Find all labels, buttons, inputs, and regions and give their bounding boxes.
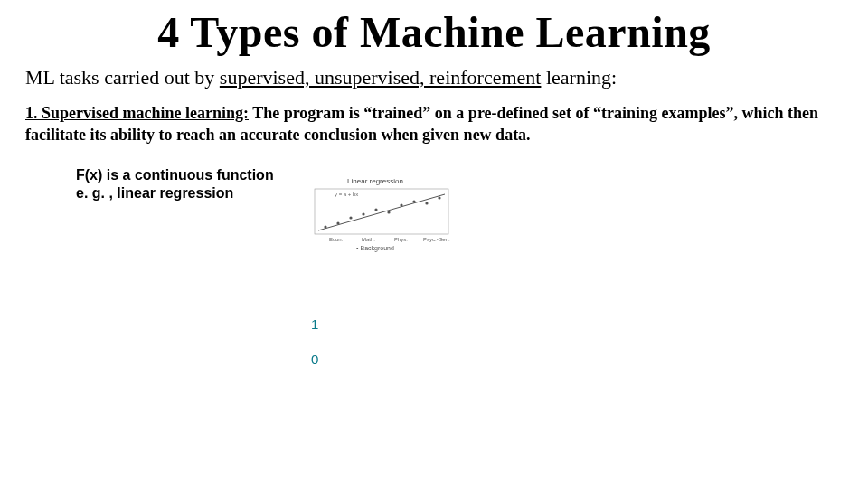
chart-xtick-1: Math.	[362, 237, 375, 242]
label-zero: 0	[311, 352, 318, 367]
chart-xtick-2: Phys.	[394, 237, 408, 242]
page-title: 4 Types of Machine Learning	[0, 0, 868, 62]
chart-linear-regression: Linear regression y = a + bx Econ. Math.…	[298, 177, 452, 251]
section-1-heading: 1. Supervised machine learning:	[25, 104, 249, 122]
chart-xtick-3: Psyc.-Gen.	[423, 237, 450, 242]
subtitle: ML tasks carried out by supervised, unsu…	[0, 62, 868, 102]
fx-line1: F(x) is a continuous function	[76, 166, 868, 184]
svg-point-8	[400, 203, 402, 206]
chart-plot-icon: y = a + bx Econ. Math. Phys. Psyc.-Gen.	[298, 187, 452, 243]
chart-xtick-0: Econ.	[329, 237, 344, 242]
svg-point-3	[336, 221, 339, 224]
chart-title: Linear regression	[298, 177, 452, 185]
label-one: 1	[311, 316, 318, 332]
svg-point-2	[324, 225, 326, 228]
svg-point-7	[387, 211, 390, 213]
svg-point-10	[425, 202, 428, 204]
svg-point-4	[349, 216, 352, 219]
svg-point-5	[362, 212, 364, 215]
svg-line-1	[318, 194, 445, 230]
chart-xlabel: • Background	[298, 245, 452, 251]
section-1: 1. Supervised machine learning: The prog…	[0, 102, 868, 146]
subtitle-suffix: learning:	[541, 66, 617, 89]
subtitle-prefix: ML tasks carried out by	[25, 66, 220, 89]
svg-point-9	[412, 200, 415, 202]
svg-text:y = a + bx: y = a + bx	[335, 192, 358, 197]
subtitle-underlined: supervised, unsupervised, reinforcement	[220, 66, 542, 89]
svg-point-6	[374, 208, 377, 211]
binary-labels: 1 0	[311, 316, 318, 387]
fx-line2: e. g. , linear regression	[76, 184, 868, 202]
svg-point-11	[438, 196, 440, 199]
